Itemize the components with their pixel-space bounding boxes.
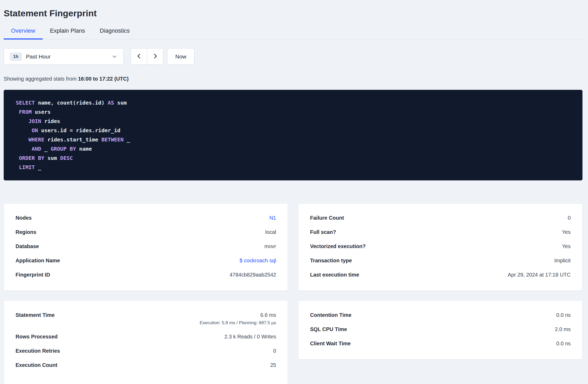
range-step-buttons	[131, 48, 163, 65]
stat-value-cell: 0	[273, 347, 276, 355]
stat-value-cell: 25	[270, 361, 276, 369]
stat-value-cell: $ cockroach sql	[240, 257, 276, 264]
stat-value-cell: 0.0 ns	[556, 311, 571, 319]
sql-keyword: FROM	[19, 109, 32, 115]
timing-cards-row: Statement Time6.6 msExecution: 5.8 ms / …	[4, 301, 582, 384]
tab-overview[interactable]: Overview	[4, 23, 43, 40]
sql-text: _	[41, 146, 51, 152]
aggregated-stats-line: Showing aggregated stats from 16:00 to 1…	[4, 75, 582, 82]
sql-text: sum	[114, 100, 127, 106]
now-button[interactable]: Now	[167, 48, 195, 65]
stat-row-last-execution-time: Last execution timeApr 29, 2024 at 17:18…	[310, 271, 571, 278]
stat-label: Fingerprint ID	[16, 271, 50, 278]
stat-label: Nodes	[16, 214, 32, 221]
stat-label: SQL CPU Time	[310, 326, 347, 333]
stat-value-cell: 2.3 k Reads / 0 Writes	[225, 333, 276, 340]
stat-row-application-name: Application Name$ cockroach sql	[16, 257, 276, 264]
stat-value-cell: 0	[568, 214, 571, 221]
stat-value: 4784cb829aab2542	[230, 271, 276, 278]
stat-row-fingerprint-id: Fingerprint ID4784cb829aab2542	[16, 271, 276, 278]
sql-text: users.id = rides.rider_id	[38, 127, 120, 134]
stat-value-cell: movr	[265, 243, 276, 250]
tab-explain-plans[interactable]: Explain Plans	[43, 23, 92, 40]
stat-value: Implicit	[554, 257, 571, 264]
sql-statement: SELECT name, count(rides.id) AS sum FROM…	[4, 90, 582, 180]
stat-value: 0.0 ns	[556, 311, 571, 319]
stat-value: 0	[273, 347, 276, 355]
stat-value-cell: Yes	[562, 243, 571, 250]
sql-keyword: GROUP BY	[51, 146, 76, 152]
sql-line: WHERE rides.start_time BETWEEN _	[16, 135, 570, 144]
sql-line: AND _ GROUP BY name	[16, 144, 570, 154]
stat-value-cell: Apr 29, 2024 at 17:18 UTC	[508, 271, 571, 278]
statement-details-card: NodesN1RegionslocalDatabasemovrApplicati…	[4, 203, 288, 291]
stat-value: 0	[568, 214, 571, 221]
stat-label: Last execution time	[310, 271, 359, 278]
page-title: Statement Fingerprint	[4, 7, 582, 19]
chevron-left-icon	[136, 53, 142, 60]
sql-keyword: SELECT	[16, 100, 35, 106]
sql-text: users	[32, 109, 51, 115]
sql-text: name, count(rides.id)	[35, 100, 108, 106]
stat-value: 0.0 ns	[556, 340, 571, 347]
sql-text	[16, 155, 19, 161]
sql-keyword: AND	[32, 146, 41, 152]
stat-row-rows-processed: Rows Processed2.3 k Reads / 0 Writes	[16, 333, 276, 340]
statement-time-card: Statement Time6.6 msExecution: 5.8 ms / …	[4, 301, 288, 384]
sql-line: LIMIT _	[16, 163, 570, 172]
sql-text	[16, 136, 28, 143]
stat-label: Execution Retries	[16, 347, 60, 355]
stat-row-statement-time: Statement Time6.6 msExecution: 5.8 ms / …	[16, 311, 276, 326]
sql-text: rides.start_time	[44, 136, 101, 143]
stat-label: Failure Count	[310, 214, 344, 221]
sql-text: _	[123, 136, 130, 143]
details-cards-row: NodesN1RegionslocalDatabasemovrApplicati…	[4, 203, 582, 291]
stat-row-sql-cpu-time: SQL CPU Time2.0 ms	[310, 326, 571, 333]
stat-value-cell: 2.0 ms	[555, 326, 571, 333]
stat-row-full-scan: Full scan?Yes	[310, 228, 571, 236]
sql-keyword: ORDER BY	[19, 155, 44, 161]
stat-value: Yes	[562, 243, 571, 250]
stat-value-cell: Yes	[562, 228, 571, 236]
stat-value: 25	[270, 361, 276, 369]
stat-label: Application Name	[16, 257, 60, 264]
stat-label: Client Wait Time	[310, 340, 351, 347]
stat-label: Statement Time	[16, 311, 55, 319]
time-range-dropdown[interactable]: 1h Past Hour	[4, 48, 124, 65]
sql-line: SELECT name, count(rides.id) AS sum	[16, 98, 570, 107]
stat-row-vectorized-execution: Vectorized execution?Yes	[310, 243, 571, 250]
execution-attributes-card: Failure Count0Full scan?YesVectorized ex…	[298, 203, 582, 291]
sql-line: FROM users	[16, 107, 570, 117]
stat-value-cell: N1	[269, 214, 276, 221]
stat-value: Yes	[562, 228, 571, 236]
stat-value-cell: 0.0 ns	[556, 340, 571, 347]
chevron-right-icon	[152, 53, 159, 60]
stat-row-nodes: NodesN1	[16, 214, 276, 221]
stats-line-range: 16:00 to 17:22 (UTC)	[78, 76, 128, 82]
sql-keyword: WHERE	[28, 136, 44, 143]
stat-value-link[interactable]: $ cockroach sql	[240, 257, 276, 264]
stat-row-execution-retries: Execution Retries0	[16, 347, 276, 355]
time-controls: 1h Past Hour Now	[4, 48, 582, 65]
stat-value-cell: local	[265, 228, 276, 236]
sql-text	[16, 146, 32, 152]
sql-keyword: AS	[108, 100, 114, 106]
sql-text	[16, 109, 19, 115]
stat-value-link[interactable]: N1	[269, 214, 276, 221]
tab-bar: OverviewExplain PlansDiagnostics	[4, 23, 582, 40]
stat-value: movr	[265, 243, 276, 250]
next-range-button[interactable]	[147, 48, 163, 65]
sql-text	[16, 118, 28, 124]
stat-value-cell: Implicit	[554, 257, 571, 264]
tab-diagnostics[interactable]: Diagnostics	[92, 23, 137, 40]
sql-text: rides	[41, 118, 60, 124]
sql-line: ORDER BY sum DESC	[16, 154, 570, 163]
time-range-label: Past Hour	[26, 53, 51, 60]
sql-text	[16, 164, 19, 170]
wait-time-card: Contention Time0.0 nsSQL CPU Time2.0 msC…	[298, 301, 582, 360]
stat-value: 2.0 ms	[555, 326, 571, 333]
stat-label: Database	[16, 243, 39, 250]
stat-label: Regions	[16, 228, 36, 236]
sql-text: _	[35, 164, 41, 170]
prev-range-button[interactable]	[131, 48, 147, 65]
